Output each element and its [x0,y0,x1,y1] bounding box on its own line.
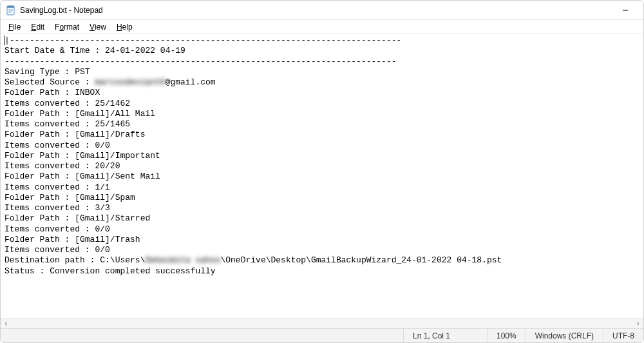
log-items-converted: Items converted : 3/3 [5,203,110,213]
log-separator: ----------------------------------------… [5,57,397,66]
menu-file[interactable]: File [3,21,26,33]
status-zoom: 100% [488,329,526,342]
scroll-track[interactable] [11,319,633,328]
window-controls [612,1,638,19]
window-title: SavingLog.txt - Notepad [20,6,612,15]
log-items-converted: Items converted : 25/1465 [5,119,130,129]
status-line-ending: Windows (CRLF) [526,329,603,342]
statusbar: Ln 1, Col 1 100% Windows (CRLF) UTF-8 [1,328,643,342]
menu-format[interactable]: Format [50,21,84,33]
log-items-converted: Items converted : 0/0 [5,141,110,150]
log-selected-source-suffix: @gmail.com [166,77,216,87]
log-items-converted: Items converted : 25/1462 [5,99,130,108]
log-selected-source-blurred: marcosdeviant8 [95,77,165,87]
text-area[interactable]: |---------------------------------------… [1,34,643,318]
horizontal-scrollbar[interactable] [1,318,643,328]
log-items-converted: Items converted : 0/0 [5,245,110,255]
menubar: File Edit Format View Help [1,20,643,34]
log-folder-path: Folder Path : [Gmail]/Starred [5,213,150,223]
log-folder-path: Folder Path : [Gmail]/Drafts [5,130,145,139]
log-status: Status : Conversion completed successful… [5,266,216,276]
log-folder-path: Folder Path : [Gmail]/Trash [5,235,140,244]
log-destination-blurred: Debasmita sahoo [145,255,220,265]
status-position: Ln 1, Col 1 [404,329,488,342]
menu-view[interactable]: View [84,21,111,33]
log-items-converted: Items converted : 20/20 [5,161,120,171]
log-destination-suffix: \OneDrive\Desktop\GmailBackupWizard_24-0… [220,255,502,265]
svg-rect-1 [7,6,14,8]
menu-help[interactable]: Help [111,21,138,33]
scroll-right-icon[interactable] [633,319,642,328]
log-folder-path: Folder Path : [Gmail]/All Mail [5,109,155,119]
text-cursor [5,35,5,45]
log-items-converted: Items converted : 0/0 [5,224,110,234]
status-encoding: UTF-8 [603,329,643,342]
status-spacer [1,329,404,342]
minimize-button[interactable] [612,1,638,19]
log-folder-path: Folder Path : [Gmail]/Spam [5,193,135,202]
scroll-left-icon[interactable] [2,319,11,328]
titlebar: SavingLog.txt - Notepad [1,1,643,20]
log-start-datetime: Start Date & Time : 24-01-2022 04-19 [5,46,185,55]
log-saving-type: Saving Type : PST [5,67,90,77]
log-destination-prefix: Destination path : C:\Users\ [5,255,145,265]
log-items-converted: Items converted : 1/1 [5,182,110,192]
log-folder-path: Folder Path : [Gmail]/Important [5,151,160,161]
log-selected-source-prefix: Selected Source : [5,77,95,87]
log-separator: |---------------------------------------… [5,35,401,45]
log-folder-path: Folder Path : [Gmail]/Sent Mail [5,172,160,181]
log-folder-path: Folder Path : INBOX [5,88,100,97]
notepad-icon [6,5,16,15]
menu-edit[interactable]: Edit [26,21,50,33]
